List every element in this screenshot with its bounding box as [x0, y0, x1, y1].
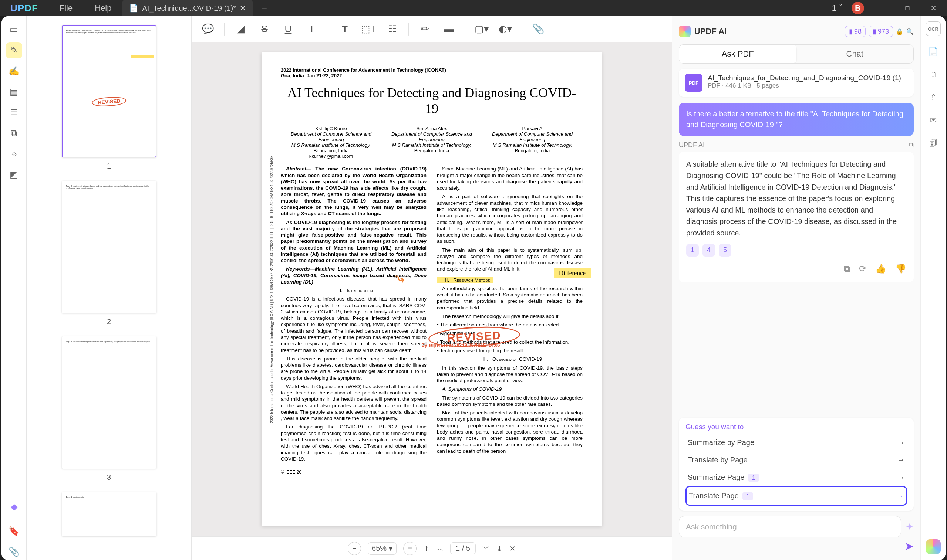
shape-icon[interactable]: ▢▾ — [474, 22, 489, 37]
tab-chat[interactable]: Chat — [796, 45, 914, 63]
pdf-page-1[interactable]: 2022 International Conference for Advanc… — [262, 52, 602, 526]
account-count[interactable]: 1 ˅ — [832, 3, 843, 13]
suggestions-title: Guess you want to — [685, 423, 907, 431]
thumbnail-page-2[interactable]: Page 2 preview with diagram boxes and tw… — [62, 181, 156, 313]
page-tool-icon[interactable]: ▤ — [6, 83, 22, 100]
pdf-file-icon: PDF — [685, 74, 702, 92]
print-icon[interactable]: 🗐 — [926, 136, 941, 151]
email-icon[interactable]: ✉ — [926, 113, 941, 128]
doc-chip-meta: PDF · 446.1 KB · 5 pages — [708, 82, 901, 89]
thumbnail-page-4[interactable]: Page 4 preview partial. — [62, 492, 156, 536]
annotation-toolbar: 💬 ◢ S U T T ⬚T ☷ ✏ ▬ ▢▾ ◐▾ 📎 — [191, 16, 672, 42]
separator — [465, 23, 465, 36]
organize-pages-icon[interactable]: ⧉ — [6, 125, 22, 141]
lock-icon[interactable]: 🔒 — [896, 28, 903, 35]
eraser-icon[interactable]: ▬ — [441, 22, 456, 37]
document-chip[interactable]: PDF AI_Techniques_for_Detecting_and_Diag… — [679, 69, 914, 97]
send-button[interactable]: ➤ — [904, 540, 914, 552]
stamp-subtitle: By superace at 2024年06月11日 14:06 — [421, 342, 500, 349]
thumbs-down-icon[interactable]: 👎 — [895, 262, 906, 275]
vertical-side-text: 2022 International Conference for Advanc… — [270, 155, 274, 423]
close-window-button[interactable]: ✕ — [925, 0, 942, 16]
ai-panel: UPDF AI ▮ 98 ▮ 973 🔒 🔍 Ask PDF Chat PDF — [672, 16, 945, 560]
reference-pill-3[interactable]: 5 — [719, 244, 731, 257]
author1-name: Kshitij C Kurne — [281, 126, 381, 131]
difference-sticky-note[interactable]: Difference — [554, 268, 591, 278]
separator — [328, 23, 329, 36]
pencil-icon[interactable]: ✏ — [418, 22, 432, 37]
reference-pill-1[interactable]: 1 — [686, 244, 699, 257]
tab-close-icon[interactable]: ✕ — [240, 4, 246, 12]
suggestion-translate-by-page[interactable]: Translate by Page→ — [685, 451, 907, 469]
copy-response-icon[interactable]: ⧉ — [909, 141, 914, 149]
next-page-button[interactable]: ﹀ — [483, 543, 490, 553]
new-tab-button[interactable]: ＋ — [253, 2, 276, 15]
form-tool-icon[interactable]: ☰ — [6, 104, 22, 120]
credits-badge-2[interactable]: ▮ 973 — [868, 26, 893, 37]
ocr-button[interactable]: OCR — [926, 22, 941, 36]
first-page-button[interactable]: ⤒ — [423, 544, 429, 553]
textbox-icon[interactable]: ⬚T — [361, 22, 376, 37]
author2-city: Bengaluru, India — [381, 148, 482, 154]
col2-p2: AI is a part of software engineering tha… — [437, 193, 583, 244]
comment-icon[interactable]: 💬 — [201, 22, 215, 37]
ai-sparkle-icon[interactable] — [926, 539, 941, 554]
zoom-level[interactable]: 65% ▾ — [368, 542, 396, 555]
export-icon[interactable]: 📄 — [926, 45, 941, 59]
attach-icon[interactable]: 📎 — [531, 22, 546, 37]
attachment-icon[interactable]: 📎 — [6, 544, 22, 560]
suggestion-summarize-page[interactable]: Summarize Page1 → — [685, 469, 907, 486]
magic-icon[interactable]: ✦ — [905, 521, 914, 533]
credits-badge-1[interactable]: ▮ 98 — [845, 26, 865, 37]
thumbnail-page-1[interactable]: AI Techniques for Detecting and Diagnosi… — [62, 25, 156, 157]
reader-mode-icon[interactable]: ▭ — [6, 22, 22, 38]
bookmark-icon[interactable]: 🔖 — [6, 523, 22, 539]
avatar[interactable]: B — [851, 2, 864, 14]
suggestion-summarize-by-page[interactable]: Summarize by Page→ — [685, 434, 907, 451]
note-icon[interactable]: ☷ — [385, 22, 399, 37]
prev-page-button[interactable]: ︿ — [436, 543, 444, 553]
text-icon[interactable]: T — [337, 22, 352, 37]
last-page-button[interactable]: ⤓ — [497, 544, 503, 553]
menu-file[interactable]: File — [48, 3, 83, 13]
search-icon[interactable]: 🔍 — [906, 28, 914, 35]
suggestion-translate-page[interactable]: Translate Page1 → — [685, 486, 907, 506]
edit-tool-icon[interactable]: ✍ — [6, 63, 22, 79]
share-icon[interactable]: ⇪ — [926, 90, 941, 105]
author1-city: Bengaluru, India — [281, 148, 381, 154]
crop-tool-icon[interactable]: ⟐ — [6, 146, 22, 162]
highlighter-icon[interactable]: ◢ — [233, 22, 248, 37]
save-icon[interactable]: 🗎 — [926, 67, 941, 82]
reference-pill-2[interactable]: 4 — [702, 244, 715, 257]
author1-email: kkurne7@gmail.com — [281, 154, 381, 159]
page-indicator[interactable]: 1 / 5 — [450, 542, 476, 554]
zoom-in-button[interactable]: + — [403, 542, 416, 555]
updf-ai-logo-icon — [679, 26, 691, 37]
strikethrough-icon[interactable]: S — [257, 22, 272, 37]
minimize-button[interactable]: — — [873, 0, 890, 16]
stamp-icon[interactable]: ◐▾ — [498, 22, 513, 37]
menu-help[interactable]: Help — [83, 3, 122, 13]
ask-input[interactable]: Ask something — [679, 516, 901, 537]
zoom-out-button[interactable]: − — [348, 542, 361, 555]
redact-tool-icon[interactable]: ◩ — [6, 166, 22, 183]
ai-response-label: UPDF AI — [679, 141, 705, 149]
section2-num: II. — [445, 277, 449, 283]
layers-icon[interactable]: ◆ — [6, 498, 22, 515]
maximize-button[interactable]: □ — [899, 0, 916, 16]
col2-p1: Since Machine Learning (ML) and Artifici… — [437, 166, 583, 191]
squiggly-icon[interactable]: T — [304, 22, 319, 37]
titlebar: UPDF File Help 📄 AI_Technique...OVID-19 … — [0, 0, 947, 16]
doc-chip-name: AI_Techniques_for_Detecting_and_Diagnosi… — [708, 74, 901, 82]
author1-inst: M S Ramaiah Institute of Technology, — [292, 142, 371, 148]
tab-ask-pdf[interactable]: Ask PDF — [679, 45, 796, 63]
copy-icon[interactable]: ⧉ — [844, 262, 850, 275]
underline-icon[interactable]: U — [281, 22, 296, 37]
thumbnail-page-3[interactable]: Page 3 preview containing scatter charts… — [62, 336, 156, 469]
regenerate-icon[interactable]: ⟳ — [859, 262, 866, 275]
close-footer-button[interactable]: ✕ — [509, 544, 516, 553]
thumbs-up-icon[interactable]: 👍 — [875, 262, 886, 275]
highlight-tool-icon[interactable]: ✎ — [6, 42, 22, 58]
document-tab[interactable]: 📄 AI_Technique...OVID-19 (1)* ✕ — [122, 0, 252, 16]
arrow-right-icon: → — [898, 456, 905, 464]
